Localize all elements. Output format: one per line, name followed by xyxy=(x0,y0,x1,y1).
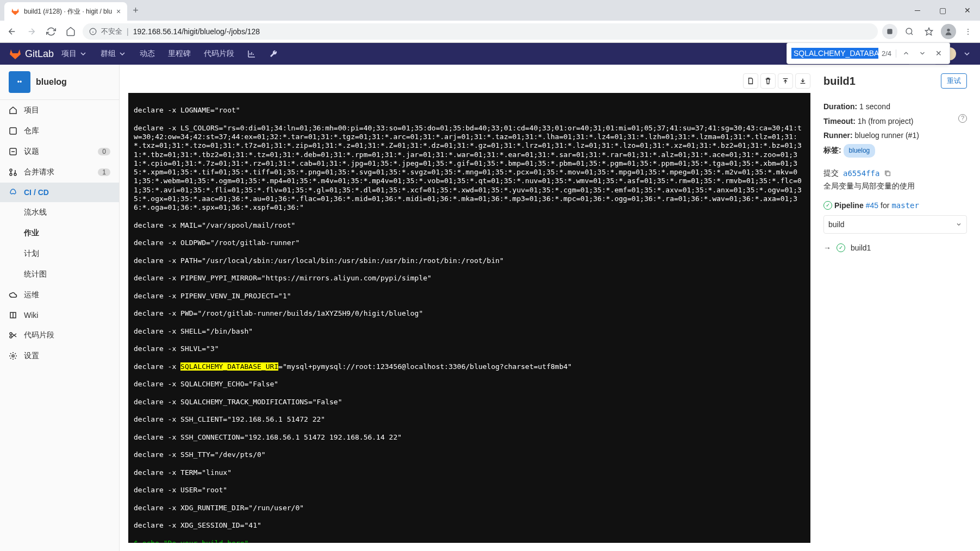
svg-rect-16 xyxy=(887,172,890,176)
issues-icon xyxy=(9,147,17,156)
address-bar: 不安全 | 192.168.56.14/higit/bluelog/-/jobs… xyxy=(0,21,980,42)
job-title-row: build1 重试 xyxy=(823,73,967,89)
url-divider: | xyxy=(127,27,129,36)
sidebar-item-cicd[interactable]: CI / CD xyxy=(0,183,119,202)
commit-sha[interactable]: a6554ffa xyxy=(843,169,879,178)
stage-select[interactable]: build xyxy=(823,215,967,234)
log-line: declare -x SSH_CONNECTION="192.168.56.1 … xyxy=(134,433,805,442)
tab-bar: build1 (#128) · 作业 · higit / blu × + ─ ▢… xyxy=(0,0,980,21)
sidebar-item-repo[interactable]: 仓库 xyxy=(0,121,119,141)
svg-rect-8 xyxy=(10,128,16,134)
sidebar-item-schedules[interactable]: 计划 xyxy=(0,243,119,264)
browser-chrome: build1 (#128) · 作业 · higit / blu × + ─ ▢… xyxy=(0,0,980,43)
close-window-button[interactable]: ✕ xyxy=(955,0,980,21)
extension-icon[interactable] xyxy=(882,24,897,39)
url-text: 192.168.56.14/higit/bluelog/-/jobs/128 xyxy=(133,27,260,36)
nav-snippets[interactable]: 代码片段 xyxy=(198,43,240,65)
sidebar-item-snippets[interactable]: 代码片段 xyxy=(0,325,119,346)
zoom-icon[interactable] xyxy=(902,24,917,39)
log-line: declare -x SHLVL="3" xyxy=(134,345,805,353)
log-line: declare -x MAIL="/var/spool/mail/root" xyxy=(134,221,805,230)
url-box[interactable]: 不安全 | 192.168.56.14/higit/bluelog/-/jobs… xyxy=(83,23,878,40)
nav-projects[interactable]: 项目 xyxy=(56,43,93,65)
project-header[interactable]: •• bluelog xyxy=(0,65,119,100)
nav-metrics-icon[interactable] xyxy=(242,43,261,65)
log-line: declare -x XDG_RUNTIME_DIR="/run/user/0" xyxy=(134,504,805,512)
close-icon[interactable]: × xyxy=(116,7,121,16)
chevron-down-icon xyxy=(79,49,88,58)
gitlab-logo[interactable]: GitLab xyxy=(9,47,54,60)
bookmark-icon[interactable] xyxy=(921,24,937,39)
minimize-button[interactable]: ─ xyxy=(905,0,930,21)
job-name: build1 xyxy=(851,243,871,252)
commit-label: 提交 xyxy=(823,168,839,178)
erase-button[interactable] xyxy=(760,73,776,89)
log-line: declare -x SQLALCHEMY_DATABASE_URI="mysq… xyxy=(134,362,805,371)
job-row[interactable]: → ✓ build1 xyxy=(823,243,967,252)
scissors-icon xyxy=(9,331,17,340)
back-button[interactable] xyxy=(4,24,20,39)
duration-label: Duration: xyxy=(823,102,857,111)
log-line: declare -x SSH_CLIENT="192.168.56.1 5147… xyxy=(134,415,805,424)
maximize-button[interactable]: ▢ xyxy=(930,0,955,21)
home-button[interactable] xyxy=(63,24,78,39)
sidebar-item-jobs[interactable]: 作业 xyxy=(0,223,119,243)
doc-icon xyxy=(747,77,754,85)
find-input[interactable]: SQLALCHEMY_DATABASE_U xyxy=(791,48,878,59)
sidebar-item-settings[interactable]: 设置 xyxy=(0,346,119,366)
browser-tab[interactable]: build1 (#128) · 作业 · higit / blu × xyxy=(4,2,127,21)
nav-groups[interactable]: 群组 xyxy=(95,43,132,65)
reload-button[interactable] xyxy=(43,24,59,39)
log-panel: declare -x LOGNAME="root" declare -x LS_… xyxy=(128,73,810,543)
stage-value: build xyxy=(828,220,845,229)
find-prev-button[interactable] xyxy=(900,47,913,60)
scroll-top-icon xyxy=(782,77,789,85)
status-passed-icon: ✓ xyxy=(837,243,845,252)
scroll-bottom-button[interactable] xyxy=(795,73,810,89)
new-tab-button[interactable]: + xyxy=(127,5,144,16)
branch-link[interactable]: master xyxy=(891,201,919,210)
help-icon[interactable]: ? xyxy=(958,114,967,123)
nav-admin-icon[interactable] xyxy=(264,43,283,65)
find-count: 2/4 xyxy=(882,49,896,58)
sidebar-item-issues[interactable]: 议题0 xyxy=(0,141,119,162)
find-close-button[interactable]: ✕ xyxy=(932,47,945,60)
svg-point-14 xyxy=(10,336,12,338)
url-insecure-label: 不安全 xyxy=(101,27,122,36)
status-passed-icon: ✓ xyxy=(823,201,832,210)
chevron-down-icon xyxy=(118,49,127,58)
nav-milestones[interactable]: 里程碑 xyxy=(163,43,196,65)
log-line: declare -x USER="root" xyxy=(134,486,805,494)
log-line: declare -x SSH_TTY="/dev/pts/0" xyxy=(134,450,805,459)
log-line: declare -x SQLALCHEMY_ECHO="False" xyxy=(134,380,805,389)
job-sidebar: build1 重试 Duration: 1 second Timeout: 1h… xyxy=(819,73,971,543)
profile-button[interactable] xyxy=(941,24,956,39)
menu-button[interactable]: ⋮ xyxy=(960,24,976,39)
sidebar-item-wiki[interactable]: Wiki xyxy=(0,305,119,325)
job-meta: Duration: 1 second Timeout: 1h (from pro… xyxy=(823,99,967,158)
sidebar-item-mr[interactable]: 合并请求1 xyxy=(0,162,119,183)
show-raw-button[interactable] xyxy=(743,73,758,89)
find-next-button[interactable] xyxy=(916,47,929,60)
scroll-top-button[interactable] xyxy=(778,73,793,89)
pipeline-link[interactable]: #45 xyxy=(866,201,878,210)
sidebar-item-ops[interactable]: 运维 xyxy=(0,285,119,305)
sidebar-item-pipelines[interactable]: 流水线 xyxy=(0,202,119,223)
merge-icon xyxy=(9,168,17,177)
cloud-icon xyxy=(9,291,17,299)
sidebar-item-project[interactable]: 项目 xyxy=(0,100,119,121)
copy-icon[interactable] xyxy=(884,170,891,177)
sidebar-item-charts[interactable]: 统计图 xyxy=(0,264,119,285)
arrow-icon: → xyxy=(823,243,831,252)
nav-activity[interactable]: 动态 xyxy=(134,43,160,65)
window-controls: ─ ▢ ✕ xyxy=(905,0,980,21)
duration-value: 1 second xyxy=(859,102,890,111)
commit-message: 全局变量与局部变量的使用 xyxy=(823,181,967,191)
job-log[interactable]: declare -x LOGNAME="root" declare -x LS_… xyxy=(128,93,810,543)
forward-button[interactable] xyxy=(24,24,39,39)
chevron-down-icon[interactable] xyxy=(963,49,971,58)
retry-button[interactable]: 重试 xyxy=(941,73,967,89)
log-actions xyxy=(128,73,810,89)
svg-point-13 xyxy=(10,333,12,335)
timeout-label: Timeout: xyxy=(823,117,856,126)
